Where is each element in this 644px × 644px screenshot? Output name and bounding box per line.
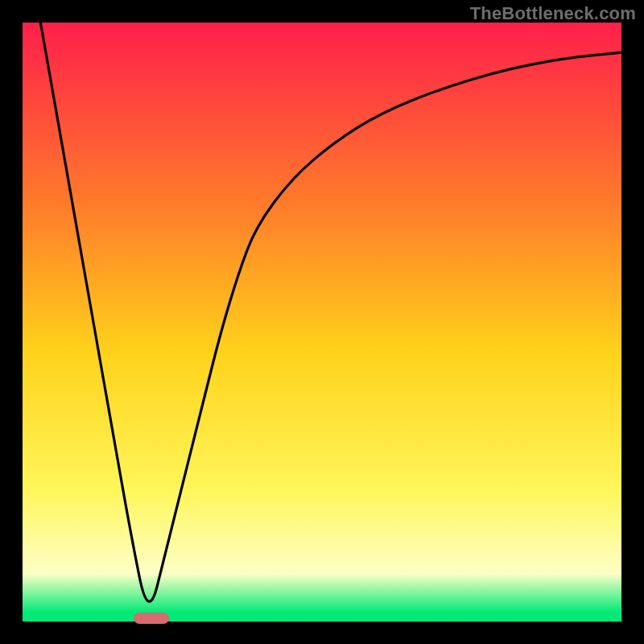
optimal-range-marker (134, 613, 170, 624)
bottleneck-curve (23, 23, 621, 621)
watermark-text: TheBottleneck.com (470, 3, 636, 24)
curve-path (40, 23, 621, 601)
chart-frame: TheBottleneck.com (0, 0, 644, 644)
